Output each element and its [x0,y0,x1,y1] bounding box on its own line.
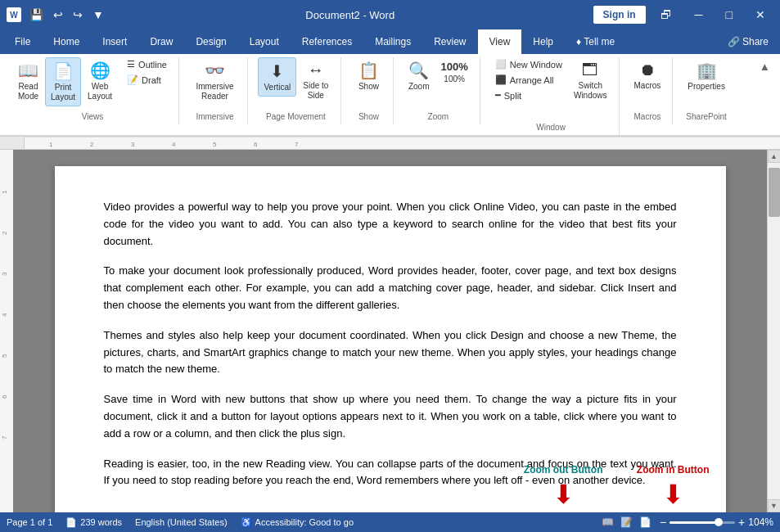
document-scroll[interactable]: Video provides a powerful way to help yo… [13,150,767,512]
accessibility-info: ♿ Accessibility: Good to go [241,517,354,528]
paragraph-2: To make your document look professionall… [104,263,677,313]
print-layout-button[interactable]: 📄 PrintLayout [45,57,81,106]
draft-button[interactable]: 📝 Draft [122,73,172,87]
restore-button[interactable]: 🗗 [652,5,680,25]
ribbon-group-zoom: 🔍 Zoom 100% 100% Zoom [397,57,480,124]
window-label: Window [536,123,566,132]
scroll-down-button[interactable]: ▼ [768,499,781,512]
ruler-corner [0,137,25,150]
zoom-in-button[interactable]: + [738,516,745,529]
zoom-in-annotation: Zoom in Button ⬇ [637,464,710,510]
macros-label: Macros [634,112,661,121]
svg-text:4: 4 [172,141,176,148]
svg-text:7: 7 [295,141,299,148]
ribbon: File Home Insert Draw Design Layout Refe… [0,29,780,137]
zoom-slider[interactable] [670,521,735,524]
svg-text:5: 5 [1,354,8,358]
svg-text:6: 6 [1,394,8,399]
switch-windows-button[interactable]: 🗔 SwitchWindows [569,57,612,104]
properties-button[interactable]: 🏢 Properties [683,57,730,95]
tab-share[interactable]: 🔗 Share [716,29,780,54]
read-mode-icon: 📖 [18,61,38,80]
tab-help[interactable]: Help [521,29,565,54]
svg-text:7: 7 [1,435,8,440]
immersive-reader-button[interactable]: 👓 ImmersiveReader [191,57,238,105]
vertical-button[interactable]: ⬇ Vertical [258,57,296,97]
tab-file[interactable]: File [3,29,42,54]
print-layout-icon: 📄 [53,61,74,81]
svg-text:3: 3 [1,272,8,276]
tab-home[interactable]: Home [42,29,91,54]
words-icon: 📄 [65,517,77,528]
window-title: Document2 - Word [107,9,593,21]
customize-qa-button[interactable]: ▼ [89,7,107,23]
page-info: Page 1 of 1 [7,517,52,527]
tab-draw[interactable]: Draw [138,29,184,54]
scroll-thumb[interactable] [769,168,780,217]
zoom-icon: 🔍 [408,61,429,80]
tab-insert[interactable]: Insert [91,29,138,54]
paragraph-1: Video provides a powerful way to help yo… [104,199,677,250]
sign-in-button[interactable]: Sign in [593,6,646,24]
immersive-label: Immersive [196,112,233,121]
svg-text:5: 5 [213,141,217,148]
tab-layout[interactable]: Layout [238,29,291,54]
split-button[interactable]: ━ Split [490,88,567,102]
view-print-button[interactable]: 📄 [638,515,653,530]
svg-text:1: 1 [1,190,8,194]
ruler-svg: 1 2 3 4 5 6 7 [25,137,780,150]
page-label: Page 1 of 1 [7,517,52,527]
macros-buttons: ⏺ Macros [629,57,666,110]
macros-button[interactable]: ⏺ Macros [629,57,666,94]
show-button[interactable]: 📋 Show [354,57,384,95]
ribbon-content: 📖 ReadMode 📄 PrintLayout 🌐 WebLayout ☰ O… [0,54,780,136]
tab-view[interactable]: View [478,29,522,54]
ribbon-tabs: File Home Insert Draw Design Layout Refe… [0,29,780,54]
zoom-buttons: 🔍 Zoom 100% 100% [404,57,473,111]
outline-button[interactable]: ☰ Outline [122,57,172,71]
ribbon-group-sharepoint: 🏢 Properties SharePoint [676,57,737,124]
close-button[interactable]: ✕ [747,5,773,25]
tab-mailings[interactable]: Mailings [363,29,422,54]
arrange-all-button[interactable]: ⬛ Arrange All [490,73,567,87]
tab-references[interactable]: References [291,29,363,54]
ribbon-group-page-movement: ⬇ Vertical ↔ Side toSide Page Movement [251,57,341,124]
ruler-area: 1 2 3 4 5 6 7 [0,137,780,150]
title-bar-left: W 💾 ↩ ↪ ▼ [7,7,107,23]
tab-review[interactable]: Review [422,29,477,54]
undo-button[interactable]: ↩ [50,7,66,23]
new-window-button[interactable]: ⬜ New Window [490,57,567,71]
zoom-slider-fill [670,521,715,524]
language-label: English (United States) [135,517,228,527]
words-label: 239 words [80,517,122,527]
title-bar: W 💾 ↩ ↪ ▼ Document2 - Word Sign in 🗗 ─ □… [0,0,780,29]
zoom-out-button[interactable]: − [660,516,666,529]
zoom-button[interactable]: 🔍 Zoom [404,57,435,95]
side-to-side-button[interactable]: ↔ Side toSide [298,57,333,104]
zoom-100-icon: 100% [441,61,468,73]
view-read-button[interactable]: 📖 [600,515,615,530]
show-label: Show [358,112,379,121]
save-button[interactable]: 💾 [26,7,47,23]
ribbon-group-views: 📖 ReadMode 📄 PrintLayout 🌐 WebLayout ☰ O… [7,57,179,124]
svg-text:4: 4 [1,313,8,317]
maximize-button[interactable]: □ [718,5,741,25]
sharepoint-buttons: 🏢 Properties [683,57,730,111]
scroll-up-button[interactable]: ▲ [768,150,781,163]
tab-tell-me[interactable]: ♦ Tell me [565,29,626,54]
word-count: 📄 239 words [65,517,122,528]
redo-button[interactable]: ↪ [70,7,86,23]
tab-design[interactable]: Design [184,29,237,54]
zoom-100-button[interactable]: 100% 100% [436,57,473,88]
vertical-scrollbar[interactable]: ▲ ▼ [767,150,780,512]
svg-text:1: 1 [49,141,53,148]
page-movement-buttons: ⬇ Vertical ↔ Side toSide [258,57,333,120]
read-mode-button[interactable]: 📖 ReadMode [13,57,43,105]
show-icon: 📋 [358,61,379,80]
collapse-ribbon-button[interactable]: ▲ [756,57,773,76]
minimize-button[interactable]: ─ [687,5,711,25]
zoom-out-annotation: Zoom out Button ⬇ [524,464,603,510]
web-layout-button[interactable]: 🌐 WebLayout [83,57,117,105]
view-edit-button[interactable]: 📝 [619,515,634,530]
views-label: Views [82,112,104,121]
